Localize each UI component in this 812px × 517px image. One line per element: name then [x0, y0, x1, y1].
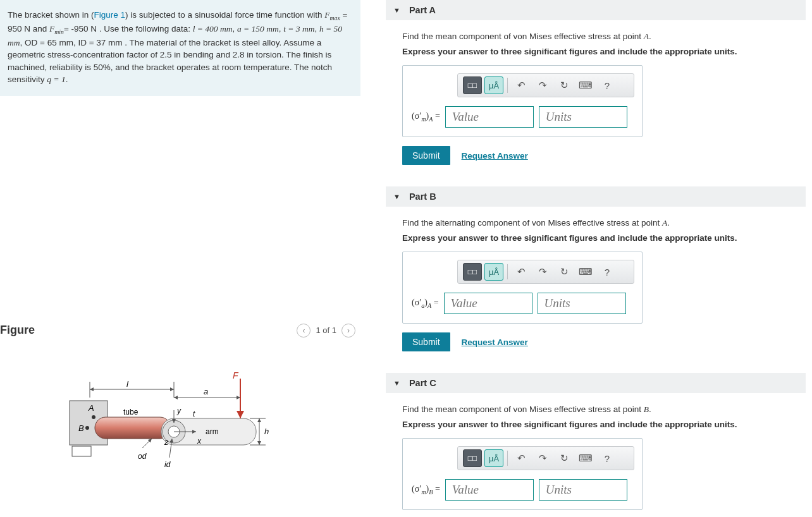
- problem-statement: The bracket shown in (Figure 1) is subje…: [0, 0, 360, 96]
- reset-icon[interactable]: ↻: [555, 76, 574, 94]
- part-header[interactable]: ▼ Part B: [386, 186, 806, 207]
- part-c: ▼ Part C Find the mean component of von …: [386, 373, 806, 517]
- value-input[interactable]: [445, 479, 534, 501]
- part-instructions: Express your answer to three significant…: [402, 233, 799, 243]
- undo-icon[interactable]: ↶: [512, 76, 531, 94]
- redo-icon[interactable]: ↷: [533, 449, 552, 467]
- answer-box: □□ µÅ ↶ ↷ ↻ ⌨ ? (σ′a)A =: [402, 252, 643, 324]
- part-title: Part B: [409, 192, 436, 202]
- part-prompt: Find the mean component of von Mises eff…: [402, 404, 799, 415]
- units-input[interactable]: [539, 479, 627, 501]
- part-prompt: Find the mean component of von Mises eff…: [402, 32, 799, 42]
- submit-button[interactable]: Submit: [402, 332, 450, 351]
- figure-diagram: wall wall tube arm A B: [0, 363, 360, 491]
- submit-button[interactable]: Submit: [402, 146, 450, 165]
- prev-figure-button[interactable]: ‹: [297, 324, 311, 338]
- svg-text:A: A: [88, 403, 94, 413]
- template-icon[interactable]: □□: [463, 449, 482, 467]
- answer-lhs: (σ′m)B =: [412, 484, 440, 496]
- undo-icon[interactable]: ↶: [512, 449, 531, 467]
- svg-text:x: x: [197, 437, 202, 446]
- svg-text:a: a: [204, 387, 208, 396]
- collapse-icon: ▼: [393, 379, 400, 387]
- value-input[interactable]: [444, 293, 532, 314]
- svg-text:y: y: [176, 406, 181, 415]
- help-icon[interactable]: ?: [598, 76, 617, 94]
- template-icon[interactable]: □□: [463, 263, 482, 281]
- part-instructions: Express your answer to three significant…: [402, 47, 799, 56]
- figure-link[interactable]: Figure 1: [94, 10, 126, 20]
- part-instructions: Express your answer to three significant…: [402, 420, 799, 429]
- part-a: ▼ Part A Find the mean component of von …: [386, 0, 806, 176]
- answer-box: □□ µÅ ↶ ↷ ↻ ⌨ ? (σ′m)B =: [402, 438, 643, 510]
- help-icon[interactable]: ?: [598, 263, 617, 281]
- part-header[interactable]: ▼ Part A: [386, 0, 806, 20]
- figure-counter: 1 of 1: [316, 325, 336, 335]
- answer-lhs: (σ′m)A =: [412, 111, 440, 123]
- next-figure-button[interactable]: ›: [341, 324, 355, 338]
- collapse-icon: ▼: [393, 6, 400, 14]
- units-menu-icon[interactable]: µÅ: [484, 449, 503, 467]
- figure-title: Figure: [0, 324, 35, 337]
- answer-toolbar: □□ µÅ ↶ ↷ ↻ ⌨ ?: [457, 260, 634, 284]
- svg-text:id: id: [164, 460, 171, 469]
- redo-icon[interactable]: ↷: [533, 263, 552, 281]
- svg-text:l: l: [126, 379, 129, 389]
- svg-text:t: t: [193, 410, 195, 418]
- part-b: ▼ Part B Find the alternating component …: [386, 186, 806, 363]
- units-input[interactable]: [538, 293, 626, 314]
- svg-text:B: B: [78, 423, 84, 433]
- svg-text:h: h: [264, 427, 269, 436]
- collapse-icon: ▼: [393, 193, 400, 200]
- answer-toolbar: □□ µÅ ↶ ↷ ↻ ⌨ ?: [457, 446, 634, 470]
- help-icon[interactable]: ?: [598, 449, 617, 467]
- value-input[interactable]: [445, 106, 534, 128]
- request-answer-link[interactable]: Request Answer: [462, 151, 528, 161]
- svg-text:arm: arm: [206, 427, 219, 436]
- svg-text:od: od: [138, 452, 147, 461]
- reset-icon[interactable]: ↻: [555, 263, 574, 281]
- units-menu-icon[interactable]: µÅ: [484, 76, 503, 94]
- part-header[interactable]: ▼ Part C: [386, 373, 806, 393]
- answer-box: □□ µÅ ↶ ↷ ↻ ⌨ ? (σ′m)A =: [402, 65, 643, 137]
- svg-text:z: z: [164, 438, 169, 447]
- keyboard-icon[interactable]: ⌨: [576, 76, 595, 94]
- redo-icon[interactable]: ↷: [533, 76, 552, 94]
- answer-toolbar: □□ µÅ ↶ ↷ ↻ ⌨ ?: [457, 73, 634, 97]
- svg-line-33: [142, 439, 152, 448]
- units-menu-icon[interactable]: µÅ: [484, 263, 503, 281]
- svg-text:F: F: [233, 370, 239, 380]
- answer-lhs: (σ′a)A =: [412, 298, 439, 309]
- part-prompt: Find the alternating component of von Mi…: [402, 218, 799, 228]
- svg-point-11: [92, 415, 95, 419]
- svg-point-13: [85, 426, 89, 430]
- template-icon[interactable]: □□: [463, 76, 482, 94]
- svg-text:tube: tube: [123, 408, 138, 417]
- units-input[interactable]: [539, 106, 627, 128]
- part-title: Part A: [409, 5, 436, 15]
- undo-icon[interactable]: ↶: [512, 263, 531, 281]
- reset-icon[interactable]: ↻: [555, 449, 574, 467]
- part-title: Part C: [409, 378, 436, 388]
- keyboard-icon[interactable]: ⌨: [576, 263, 595, 281]
- figure-nav: ‹ 1 of 1 ›: [297, 324, 355, 338]
- svg-rect-4: [95, 417, 171, 439]
- request-answer-link[interactable]: Request Answer: [462, 338, 528, 347]
- keyboard-icon[interactable]: ⌨: [576, 449, 595, 467]
- svg-rect-2: [72, 446, 91, 456]
